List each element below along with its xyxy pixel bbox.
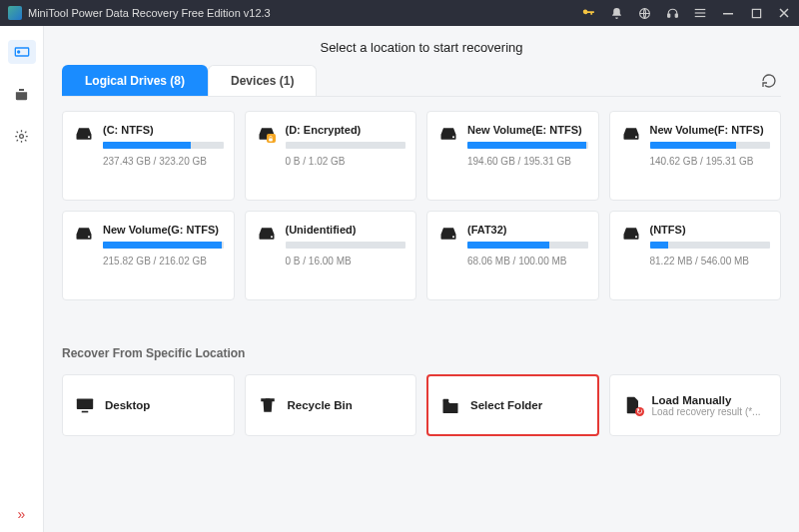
drive-card[interactable]: (NTFS)81.22 MB / 546.00 MB (609, 211, 782, 300)
drive-size: 0 B / 16.00 MB (286, 256, 406, 266)
drive-grid: (C: NTFS)237.43 GB / 323.20 GB(D: Encryp… (62, 111, 781, 300)
drive-card[interactable]: New Volume(E: NTFS)194.60 GB / 195.31 GB (426, 111, 599, 201)
sidebar-item-recovery[interactable] (8, 40, 36, 64)
maximize-button[interactable] (749, 6, 763, 20)
svg-rect-6 (723, 13, 733, 15)
location-sublabel: Load recovery result (*... (652, 406, 769, 417)
usage-bar (650, 242, 771, 249)
drive-card[interactable]: New Volume(G: NTFS)215.82 GB / 216.02 GB (62, 211, 235, 300)
drive-size: 81.22 MB / 546.00 MB (650, 256, 771, 266)
location-label: Select Folder (470, 399, 585, 411)
svg-rect-7 (752, 9, 760, 17)
usage-bar (286, 242, 406, 249)
location-label: Load Manually (652, 394, 769, 406)
drive-size: 0 B / 1.02 GB (286, 156, 406, 167)
svg-rect-3 (695, 9, 706, 10)
usage-bar (650, 142, 771, 149)
tab-devices[interactable]: Devices (1) (208, 65, 317, 96)
location-label: Desktop (105, 399, 222, 411)
svg-rect-5 (695, 16, 706, 17)
drive-name: (Unidentified) (286, 224, 406, 236)
drive-icon (256, 124, 278, 186)
drive-icon (620, 124, 642, 186)
tab-bar: Logical Drives (8) Devices (1) (62, 65, 781, 97)
trash-icon (258, 395, 278, 415)
svg-point-10 (20, 134, 24, 138)
lock-icon (267, 134, 276, 143)
drive-icon (437, 224, 459, 285)
sidebar: » (0, 26, 44, 532)
drive-card[interactable]: New Volume(F: NTFS)140.62 GB / 195.31 GB (609, 111, 782, 201)
drive-name: (D: Encrypted) (286, 124, 406, 136)
drive-card[interactable]: (C: NTFS)237.43 GB / 323.20 GB (62, 111, 235, 201)
drive-name: New Volume(E: NTFS) (467, 124, 588, 136)
refresh-button[interactable] (757, 69, 781, 93)
svg-rect-23 (443, 398, 449, 401)
svg-point-16 (88, 236, 90, 238)
headset-icon[interactable] (665, 6, 679, 20)
specific-location-title: Recover From Specific Location (62, 346, 781, 360)
main-content: Select a location to start recovering Lo… (44, 26, 799, 532)
svg-point-18 (452, 236, 454, 238)
usage-bar (103, 142, 224, 149)
svg-rect-21 (82, 411, 89, 413)
drive-icon (256, 224, 278, 285)
key-icon[interactable] (581, 6, 595, 20)
bell-icon[interactable] (609, 6, 623, 20)
drive-icon (437, 124, 459, 186)
document-icon: ↻ (622, 395, 642, 415)
usage-bar (467, 142, 588, 149)
svg-point-9 (17, 51, 19, 53)
svg-rect-13 (269, 138, 273, 141)
drive-card[interactable]: (D: Encrypted)0 B / 1.02 GB (245, 111, 417, 201)
menu-icon[interactable] (693, 6, 707, 20)
svg-rect-1 (667, 14, 669, 17)
drive-name: New Volume(F: NTFS) (650, 124, 771, 136)
svg-rect-22 (262, 399, 274, 401)
usage-bar (467, 242, 588, 249)
drive-name: (FAT32) (467, 224, 588, 236)
drive-name: (NTFS) (650, 224, 771, 236)
drive-card[interactable]: (Unidentified)0 B / 16.00 MB (245, 211, 417, 300)
usage-bar (103, 242, 224, 249)
sidebar-expand-button[interactable]: » (18, 506, 26, 522)
globe-icon[interactable] (637, 6, 651, 20)
drive-size: 237.43 GB / 323.20 GB (103, 156, 224, 167)
svg-point-11 (88, 136, 90, 138)
drive-icon (73, 224, 95, 285)
svg-rect-4 (695, 12, 706, 13)
title-bar: MiniTool Power Data Recovery Free Editio… (0, 0, 799, 26)
folder-icon (440, 395, 460, 415)
drive-name: New Volume(G: NTFS) (103, 224, 224, 236)
drive-icon (73, 124, 95, 186)
svg-rect-2 (675, 14, 677, 17)
drive-size: 194.60 GB / 195.31 GB (467, 156, 588, 167)
location-label: Recycle Bin (288, 399, 404, 411)
sidebar-item-toolbox[interactable] (8, 82, 36, 106)
drive-size: 215.82 GB / 216.02 GB (103, 256, 224, 266)
location-load-manually[interactable]: ↻ Load Manually Load recovery result (*.… (609, 374, 782, 436)
svg-point-17 (271, 236, 273, 238)
drive-card[interactable]: (FAT32)68.06 MB / 100.00 MB (426, 211, 599, 300)
minimize-button[interactable] (721, 6, 735, 20)
location-desktop[interactable]: Desktop (62, 374, 235, 436)
location-recycle-bin[interactable]: Recycle Bin (245, 374, 417, 436)
desktop-icon (75, 395, 95, 415)
page-title: Select a location to start recovering (62, 40, 781, 55)
location-select-folder[interactable]: Select Folder (426, 374, 599, 436)
drive-size: 68.06 MB / 100.00 MB (467, 256, 588, 266)
svg-point-19 (635, 236, 637, 238)
drive-name: (C: NTFS) (103, 124, 224, 136)
window-title: MiniTool Power Data Recovery Free Editio… (28, 7, 581, 19)
svg-point-15 (635, 136, 637, 138)
sidebar-item-settings[interactable] (8, 124, 36, 148)
usage-bar (286, 142, 406, 149)
drive-icon (620, 224, 642, 285)
svg-rect-20 (77, 398, 93, 409)
tab-logical-drives[interactable]: Logical Drives (8) (62, 65, 208, 96)
drive-size: 140.62 GB / 195.31 GB (650, 156, 771, 167)
close-button[interactable] (777, 6, 791, 20)
app-logo-icon (8, 6, 22, 20)
svg-point-14 (452, 136, 454, 138)
